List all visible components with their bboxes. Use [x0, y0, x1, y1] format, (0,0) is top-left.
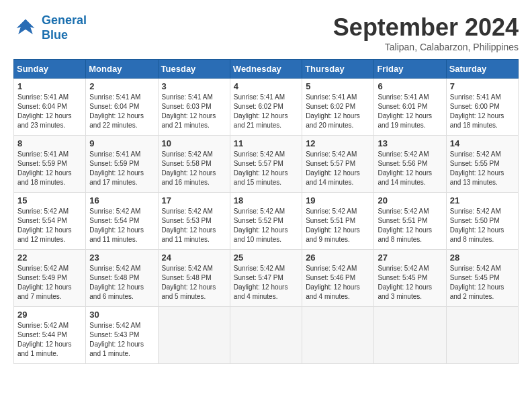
day-number: 29 — [17, 310, 82, 320]
day-info: Sunrise: 5:41 AMSunset: 6:00 PMDaylight:… — [450, 93, 515, 130]
day-header: Friday — [374, 60, 446, 79]
calendar-cell: 16Sunrise: 5:42 AMSunset: 5:54 PMDayligh… — [86, 193, 158, 250]
calendar-cell: 24Sunrise: 5:42 AMSunset: 5:48 PMDayligh… — [158, 250, 230, 307]
day-info: Sunrise: 5:42 AMSunset: 5:47 PMDaylight:… — [234, 264, 298, 302]
day-info: Sunrise: 5:42 AMSunset: 5:48 PMDaylight:… — [162, 264, 226, 302]
day-info: Sunrise: 5:41 AMSunset: 6:02 PMDaylight:… — [234, 93, 298, 130]
day-number: 14 — [450, 138, 515, 148]
day-info: Sunrise: 5:42 AMSunset: 5:44 PMDaylight:… — [17, 321, 82, 359]
calendar-week-row: 1Sunrise: 5:41 AMSunset: 6:04 PMDaylight… — [14, 79, 519, 136]
day-number: 13 — [378, 138, 442, 148]
day-header: Saturday — [446, 60, 518, 79]
day-info: Sunrise: 5:42 AMSunset: 5:55 PMDaylight:… — [450, 150, 515, 187]
calendar-cell: 9Sunrise: 5:41 AMSunset: 5:59 PMDaylight… — [86, 136, 158, 193]
day-info: Sunrise: 5:42 AMSunset: 5:43 PMDaylight:… — [89, 321, 154, 359]
month-title: September 2024 — [333, 13, 519, 42]
svg-marker-0 — [17, 19, 35, 34]
day-number: 3 — [162, 81, 226, 91]
day-number: 15 — [17, 195, 82, 205]
calendar-cell: 14Sunrise: 5:42 AMSunset: 5:55 PMDayligh… — [446, 136, 518, 193]
calendar-cell: 27Sunrise: 5:42 AMSunset: 5:45 PMDayligh… — [374, 250, 446, 307]
calendar-cell: 23Sunrise: 5:42 AMSunset: 5:48 PMDayligh… — [86, 250, 158, 307]
calendar-cell: 12Sunrise: 5:42 AMSunset: 5:57 PMDayligh… — [302, 136, 374, 193]
day-number: 20 — [378, 195, 442, 205]
calendar-cell: 28Sunrise: 5:42 AMSunset: 5:45 PMDayligh… — [446, 250, 518, 307]
day-info: Sunrise: 5:42 AMSunset: 5:49 PMDaylight:… — [17, 264, 82, 302]
calendar-cell: 25Sunrise: 5:42 AMSunset: 5:47 PMDayligh… — [230, 250, 302, 307]
day-header: Thursday — [302, 60, 374, 79]
day-info: Sunrise: 5:42 AMSunset: 5:57 PMDaylight:… — [234, 150, 298, 187]
calendar-week-row: 8Sunrise: 5:41 AMSunset: 5:59 PMDaylight… — [14, 136, 519, 193]
day-info: Sunrise: 5:42 AMSunset: 5:51 PMDaylight:… — [306, 207, 370, 244]
calendar-cell: 21Sunrise: 5:42 AMSunset: 5:50 PMDayligh… — [446, 193, 518, 250]
day-number: 26 — [306, 253, 370, 263]
title-section: September 2024 Talipan, Calabarzon, Phil… — [333, 13, 519, 52]
calendar-cell: 10Sunrise: 5:42 AMSunset: 5:58 PMDayligh… — [158, 136, 230, 193]
calendar-cell — [374, 307, 446, 364]
day-number: 1 — [17, 81, 82, 91]
day-number: 24 — [162, 253, 226, 263]
day-header: Tuesday — [158, 60, 230, 79]
day-number: 11 — [234, 138, 298, 148]
day-number: 18 — [234, 195, 298, 205]
day-info: Sunrise: 5:42 AMSunset: 5:52 PMDaylight:… — [234, 207, 298, 244]
calendar-cell — [158, 307, 230, 364]
day-number: 4 — [234, 81, 298, 91]
calendar-cell: 8Sunrise: 5:41 AMSunset: 5:59 PMDaylight… — [14, 136, 86, 193]
day-header: Monday — [86, 60, 158, 79]
day-info: Sunrise: 5:41 AMSunset: 6:03 PMDaylight:… — [162, 93, 226, 130]
day-info: Sunrise: 5:42 AMSunset: 5:54 PMDaylight:… — [89, 207, 154, 244]
day-number: 25 — [234, 253, 298, 263]
day-number: 28 — [450, 253, 515, 263]
calendar-cell: 3Sunrise: 5:41 AMSunset: 6:03 PMDaylight… — [158, 79, 230, 136]
calendar-table: SundayMondayTuesdayWednesdayThursdayFrid… — [13, 59, 519, 364]
header: General Blue September 2024 Talipan, Cal… — [13, 13, 519, 52]
calendar-cell: 26Sunrise: 5:42 AMSunset: 5:46 PMDayligh… — [302, 250, 374, 307]
calendar-cell — [230, 307, 302, 364]
day-info: Sunrise: 5:42 AMSunset: 5:54 PMDaylight:… — [17, 207, 82, 244]
day-number: 6 — [378, 81, 442, 91]
logo: General Blue — [13, 13, 87, 42]
calendar-week-row: 15Sunrise: 5:42 AMSunset: 5:54 PMDayligh… — [14, 193, 519, 250]
calendar-cell: 13Sunrise: 5:42 AMSunset: 5:56 PMDayligh… — [374, 136, 446, 193]
calendar-cell: 17Sunrise: 5:42 AMSunset: 5:53 PMDayligh… — [158, 193, 230, 250]
day-number: 12 — [306, 138, 370, 148]
calendar-cell: 4Sunrise: 5:41 AMSunset: 6:02 PMDaylight… — [230, 79, 302, 136]
day-info: Sunrise: 5:42 AMSunset: 5:45 PMDaylight:… — [378, 264, 442, 302]
header-row: SundayMondayTuesdayWednesdayThursdayFrid… — [14, 60, 519, 79]
day-number: 27 — [378, 253, 442, 263]
calendar-cell: 29Sunrise: 5:42 AMSunset: 5:44 PMDayligh… — [14, 307, 86, 364]
day-info: Sunrise: 5:41 AMSunset: 6:02 PMDaylight:… — [306, 93, 370, 130]
day-number: 30 — [89, 310, 154, 320]
day-number: 8 — [17, 138, 82, 148]
day-info: Sunrise: 5:42 AMSunset: 5:53 PMDaylight:… — [162, 207, 226, 244]
calendar-cell: 15Sunrise: 5:42 AMSunset: 5:54 PMDayligh… — [14, 193, 86, 250]
day-header: Wednesday — [230, 60, 302, 79]
day-info: Sunrise: 5:42 AMSunset: 5:57 PMDaylight:… — [306, 150, 370, 187]
day-info: Sunrise: 5:42 AMSunset: 5:46 PMDaylight:… — [306, 264, 370, 302]
logo-line2: Blue — [42, 28, 68, 42]
calendar-week-row: 29Sunrise: 5:42 AMSunset: 5:44 PMDayligh… — [14, 307, 519, 364]
location: Talipan, Calabarzon, Philippines — [333, 42, 519, 52]
calendar-cell: 2Sunrise: 5:41 AMSunset: 6:04 PMDaylight… — [86, 79, 158, 136]
day-number: 16 — [89, 195, 154, 205]
day-info: Sunrise: 5:42 AMSunset: 5:58 PMDaylight:… — [162, 150, 226, 187]
day-number: 2 — [89, 81, 154, 91]
calendar-cell: 30Sunrise: 5:42 AMSunset: 5:43 PMDayligh… — [86, 307, 158, 364]
day-number: 19 — [306, 195, 370, 205]
day-info: Sunrise: 5:41 AMSunset: 5:59 PMDaylight:… — [17, 150, 82, 187]
day-number: 23 — [89, 253, 154, 263]
calendar-cell: 19Sunrise: 5:42 AMSunset: 5:51 PMDayligh… — [302, 193, 374, 250]
day-number: 7 — [450, 81, 515, 91]
day-number: 5 — [306, 81, 370, 91]
day-number: 22 — [17, 253, 82, 263]
calendar-cell — [446, 307, 518, 364]
logo-line1: General — [42, 13, 87, 27]
day-info: Sunrise: 5:42 AMSunset: 5:45 PMDaylight:… — [450, 264, 515, 302]
day-number: 9 — [89, 138, 154, 148]
day-info: Sunrise: 5:42 AMSunset: 5:50 PMDaylight:… — [450, 207, 515, 244]
day-number: 10 — [162, 138, 226, 148]
calendar-cell: 22Sunrise: 5:42 AMSunset: 5:49 PMDayligh… — [14, 250, 86, 307]
calendar-cell: 6Sunrise: 5:41 AMSunset: 6:01 PMDaylight… — [374, 79, 446, 136]
day-info: Sunrise: 5:41 AMSunset: 6:04 PMDaylight:… — [17, 93, 82, 130]
